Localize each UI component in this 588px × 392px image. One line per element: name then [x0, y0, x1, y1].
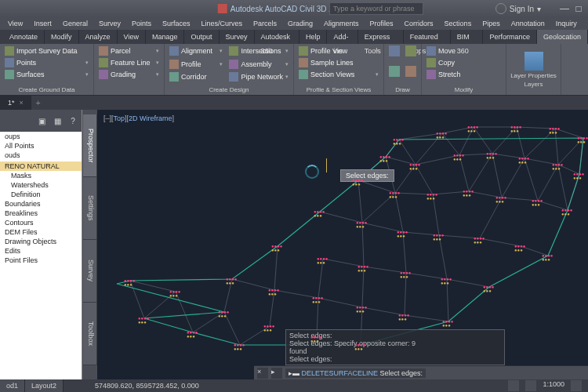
tab-manage[interactable]: Manage [146, 30, 185, 44]
featureline-button[interactable]: Feature Line▾ [97, 57, 161, 68]
sb-icon[interactable] [508, 380, 519, 391]
minimize-button[interactable]: — [558, 3, 571, 14]
point-label: ●●●●●●● [169, 290, 181, 298]
tree-item[interactable]: Watersheds [0, 180, 82, 190]
pipenetwork-button[interactable]: Pipe Network▾ [227, 71, 290, 82]
draw-line-button[interactable] [387, 45, 402, 56]
menu-general[interactable]: General [58, 17, 93, 30]
sb-icon[interactable] [525, 380, 536, 391]
menu-pipes[interactable]: Pipes [477, 17, 505, 30]
stretch-button[interactable]: Stretch [425, 69, 503, 80]
file-tab[interactable]: 1*× [0, 96, 31, 110]
menu-survey[interactable]: Survey [94, 17, 125, 30]
tree-item[interactable]: Contours [0, 218, 82, 227]
tab-bim360[interactable]: BIM 360 [451, 30, 484, 44]
viewport[interactable]: [–][Top][2D Wireframe] Select edges: Sel… [97, 110, 588, 379]
sidetab-prospector[interactable]: Prospector [83, 114, 96, 177]
tree-item[interactable]: Point Files [0, 256, 82, 265]
tab-survey[interactable]: Survey [220, 30, 255, 44]
coord-readout: 574809.620, 8595728.452, 0.000 [95, 382, 199, 390]
tree-item[interactable]: All Points [0, 141, 82, 151]
profileview-button[interactable]: Profile View▾ [297, 45, 380, 56]
tab-expresstools[interactable]: Express Tools [358, 30, 404, 44]
tab-annotate[interactable]: Annotate [3, 30, 45, 44]
tree-item[interactable]: Drawing Objects [0, 237, 82, 246]
tab-help[interactable]: Help [299, 30, 328, 44]
ts-icon1[interactable]: ▣ [36, 115, 47, 126]
sectionviews-button[interactable]: Section Views▾ [297, 69, 380, 80]
menu-annotation[interactable]: Annotation [506, 17, 550, 30]
maximize-button[interactable]: □ [572, 3, 585, 14]
samplelines-button[interactable]: Sample Lines [297, 57, 380, 68]
tree-item[interactable]: RENO NATURAL [0, 162, 82, 171]
tab-add-ins[interactable]: Add-ins [327, 30, 358, 44]
intersections-button[interactable]: Intersections▾ [227, 45, 290, 56]
menu-points[interactable]: Points [127, 17, 156, 30]
draw-rect-button[interactable] [404, 66, 419, 77]
points-button[interactable]: Points▾ [3, 57, 90, 68]
tree-item[interactable]: Masks [0, 171, 82, 180]
menu-lines/curves[interactable]: Lines/Curves [196, 17, 247, 30]
tree-item[interactable]: ouds [0, 151, 82, 160]
move-button[interactable]: Move [425, 45, 503, 56]
command-line[interactable]: × ▸ ▸▬ DELETESURFACELINE Select edges: [254, 365, 588, 379]
tree-item[interactable]: Definition [0, 190, 82, 199]
tab-performance[interactable]: Performance [483, 30, 537, 44]
sidetab-settings[interactable]: Settings [83, 177, 96, 240]
point-label: ●●●●●●● [474, 237, 485, 245]
tab-output[interactable]: Output [184, 30, 219, 44]
menu-view[interactable]: View [3, 17, 27, 30]
profile-button[interactable]: Profile▾ [168, 59, 224, 70]
menu-corridors[interactable]: Corridors [400, 17, 438, 30]
draw-arc-button[interactable] [404, 45, 419, 56]
close-tab-icon[interactable]: × [20, 96, 24, 110]
menu-grading[interactable]: Grading [283, 17, 318, 30]
tab-view[interactable]: View [118, 30, 146, 44]
tab-autodesk360[interactable]: Autodesk 360 [255, 30, 299, 44]
assembly-button[interactable]: Assembly▾ [227, 59, 290, 70]
tree-item[interactable]: oups [0, 132, 82, 141]
tree-item[interactable]: Edits [0, 246, 82, 256]
help-icon[interactable]: ? [67, 115, 78, 126]
tree-item[interactable]: Breaklines [0, 209, 82, 218]
menu-insert[interactable]: Insert [29, 17, 56, 30]
menu-alignments[interactable]: Alignments [319, 17, 364, 30]
tab-modify[interactable]: Modify [45, 30, 79, 44]
layer-properties-button[interactable]: Layer Properties [510, 72, 557, 79]
search-input[interactable]: Type a keyword or phrase [329, 2, 423, 15]
import-survey-button[interactable]: Import Survey Data [3, 45, 90, 56]
point-label: ●●●●●●● [442, 320, 454, 328]
layout-tab[interactable]: od1 [0, 379, 25, 392]
sidetab-toolbox[interactable]: Toolbox [83, 303, 96, 365]
menu-window[interactable]: Window [583, 17, 588, 30]
user-icon [495, 3, 506, 14]
point-label: ●●●●●●● [483, 285, 495, 293]
point-label: ●●●●●●● [268, 289, 280, 296]
new-tab-button[interactable]: + [31, 99, 45, 107]
menu-sections[interactable]: Sections [440, 17, 477, 30]
scale-readout[interactable]: 1:1000 [543, 380, 564, 391]
alignment-button[interactable]: Alignment▾ [168, 45, 224, 56]
tab-geolocation[interactable]: Geolocation [537, 30, 588, 44]
sb-icon[interactable] [571, 380, 582, 391]
menu-profiles[interactable]: Profiles [365, 17, 398, 30]
menu-inquiry[interactable]: Inquiry [551, 17, 582, 30]
tab-analyze[interactable]: Analyze [79, 30, 118, 44]
grading-button[interactable]: Grading▾ [97, 69, 161, 80]
tree-item[interactable]: Boundaries [0, 199, 82, 209]
draw-circle-button[interactable] [387, 66, 402, 77]
ts-icon2[interactable]: ▦ [52, 115, 63, 126]
cmd-toggle-icon[interactable]: ▸ [271, 368, 282, 379]
tab-featuredapps[interactable]: Featured Apps [404, 30, 451, 44]
corridor-button[interactable]: Corridor [168, 71, 224, 82]
surfaces-button[interactable]: Surfaces▾ [3, 69, 90, 80]
menu-surfaces[interactable]: Surfaces [158, 17, 195, 30]
menu-parcels[interactable]: Parcels [249, 17, 281, 30]
tree-item[interactable]: DEM Files [0, 227, 82, 237]
parcel-button[interactable]: Parcel▾ [97, 45, 161, 56]
layout-tab[interactable]: Layout2 [25, 379, 64, 392]
copy-button[interactable]: Copy [425, 57, 503, 68]
signin-button[interactable]: Sign In ▾ [495, 2, 541, 16]
point-label: ●●●●●●● [314, 210, 325, 218]
sidetab-survey[interactable]: Survey [83, 240, 96, 303]
